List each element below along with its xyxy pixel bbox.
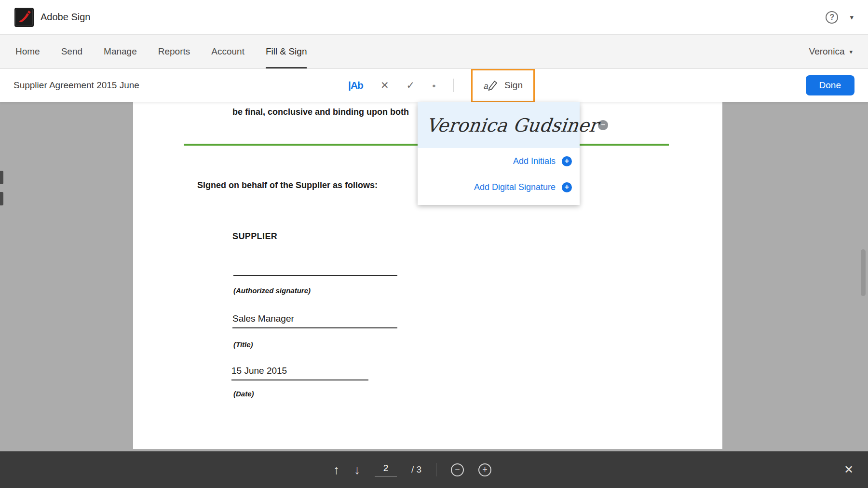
supplier-label: SUPPLIER xyxy=(232,231,277,242)
saved-signature-option[interactable]: Veronica Gudsiner − xyxy=(418,102,580,148)
tab-home[interactable]: Home xyxy=(15,35,40,68)
user-menu[interactable]: Veronica ▾ xyxy=(809,35,853,68)
add-digital-signature-option[interactable]: Add Digital Signature + xyxy=(418,174,580,200)
dot-tool-icon[interactable]: ● xyxy=(432,82,436,89)
sign-button-label: Sign xyxy=(504,80,523,91)
title-caption: (Title) xyxy=(233,340,253,349)
zoom-in-icon[interactable]: + xyxy=(478,463,491,476)
previous-page-arrow-icon[interactable]: ↑ xyxy=(333,463,339,476)
authorized-signature-caption: (Authorized signature) xyxy=(233,286,311,295)
app-title: Adobe Sign xyxy=(41,12,90,23)
brand: Adobe Sign xyxy=(14,8,90,27)
tab-fill-and-sign[interactable]: Fill & Sign xyxy=(266,35,307,68)
main-nav: Home Send Manage Reports Account Fill & … xyxy=(0,35,868,69)
sign-button[interactable]: a Sign xyxy=(471,69,535,102)
date-caption: (Date) xyxy=(233,390,254,398)
svg-text:a: a xyxy=(483,81,488,91)
add-initials-label: Add Initials xyxy=(513,156,556,166)
tab-manage[interactable]: Manage xyxy=(104,35,137,68)
help-icon[interactable]: ? xyxy=(826,11,838,24)
pager-controls: ↑ ↓ / 3 − + xyxy=(333,463,491,476)
adobe-sign-app: Adobe Sign ? ▾ Home Send Manage Reports … xyxy=(0,0,868,488)
add-digital-signature-plus-icon: + xyxy=(562,182,572,192)
pager-divider xyxy=(436,463,436,476)
top-bar: Adobe Sign ? ▾ xyxy=(0,0,868,35)
user-chevron-down-icon: ▾ xyxy=(849,48,853,55)
user-name: Veronica xyxy=(809,46,845,57)
topbar-chevron-down-icon[interactable]: ▾ xyxy=(850,13,854,22)
document-heading: Signed on behalf of the Supplier as foll… xyxy=(197,180,378,190)
add-digital-signature-label: Add Digital Signature xyxy=(474,182,556,192)
date-field-value[interactable]: 15 June 2015 xyxy=(231,366,368,380)
check-mark-tool-icon[interactable]: ✓ xyxy=(406,80,415,91)
add-initials-option[interactable]: Add Initials + xyxy=(418,148,580,174)
toolbar-tools: |Ab ✕ ✓ ● a Sign xyxy=(348,69,535,102)
add-text-tool[interactable]: |Ab xyxy=(348,80,363,91)
bottom-bar: ↑ ↓ / 3 − + ✕ xyxy=(0,451,868,488)
done-button[interactable]: Done xyxy=(806,75,854,95)
tab-send[interactable]: Send xyxy=(61,35,82,68)
vertical-scrollbar-thumb[interactable] xyxy=(861,249,866,296)
page-number-input[interactable] xyxy=(375,463,397,476)
zoom-out-icon[interactable]: − xyxy=(451,463,464,476)
tab-reports[interactable]: Reports xyxy=(158,35,190,68)
fill-sign-toolbar: Supplier Agreement 2015 June |Ab ✕ ✓ ● a… xyxy=(0,69,868,102)
left-edge-mark xyxy=(0,192,3,205)
topbar-right: ? ▾ xyxy=(826,11,854,24)
tab-account[interactable]: Account xyxy=(211,35,244,68)
document-clipped-text: be final, conclusive and binding upon bo… xyxy=(232,107,409,117)
adobe-sign-logo-icon xyxy=(14,8,34,27)
cross-mark-tool-icon[interactable]: ✕ xyxy=(380,80,389,91)
remove-signature-icon[interactable]: − xyxy=(598,120,608,130)
sign-dropdown-menu: Veronica Gudsiner − Add Initials + Add D… xyxy=(418,102,580,205)
signature-pen-icon: a xyxy=(483,79,499,92)
toolbar-divider xyxy=(453,79,454,92)
close-icon[interactable]: ✕ xyxy=(844,463,854,476)
page-total-label: / 3 xyxy=(411,464,421,475)
nav-tabs: Home Send Manage Reports Account Fill & … xyxy=(15,35,307,68)
title-field-value[interactable]: Sales Manager xyxy=(232,313,397,328)
document-title: Supplier Agreement 2015 June xyxy=(14,80,139,91)
next-page-arrow-icon[interactable]: ↓ xyxy=(354,463,360,476)
left-edge-mark xyxy=(0,171,3,184)
add-initials-plus-icon: + xyxy=(562,156,572,166)
signature-blank-line[interactable] xyxy=(233,275,397,276)
saved-signature-name: Veronica Gudsiner xyxy=(425,115,599,136)
